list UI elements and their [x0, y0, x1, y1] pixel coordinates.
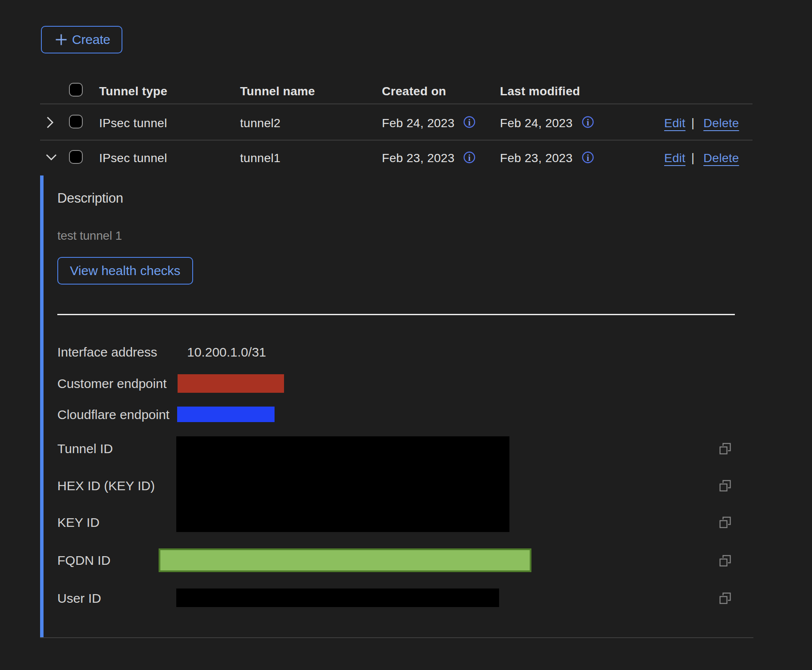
- svg-text:i: i: [587, 153, 589, 163]
- svg-text:i: i: [468, 153, 471, 163]
- svg-text:i: i: [587, 118, 589, 127]
- svg-text:i: i: [468, 118, 471, 127]
